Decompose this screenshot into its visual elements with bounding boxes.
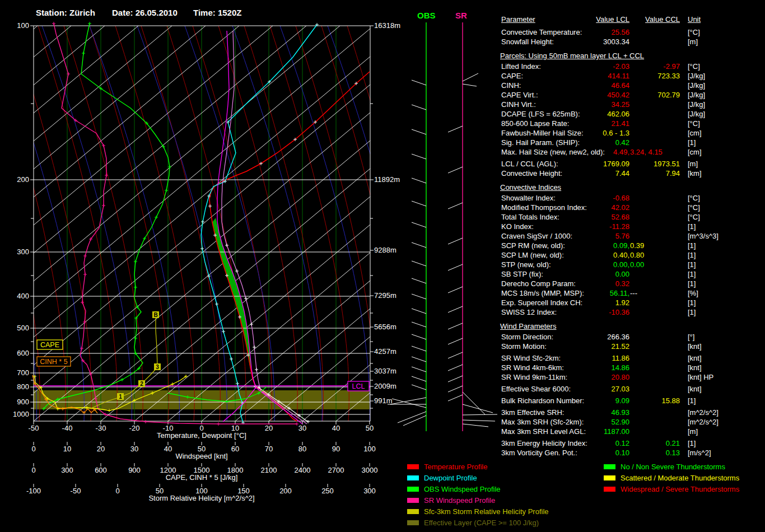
x-axis-title: CAPE, CINH * 5 [J/kg] bbox=[166, 473, 238, 482]
profile-parcel-ccl bbox=[222, 31, 307, 424]
height-label: 9288m bbox=[374, 246, 397, 254]
x-axis-tick-label: 30 bbox=[130, 445, 138, 453]
unit-label: [°C] bbox=[688, 62, 700, 71]
moist-adiabat-line bbox=[450, 26, 504, 421]
obs-wind-barb bbox=[412, 201, 426, 206]
unit-label: [1] bbox=[688, 250, 696, 260]
x-axis-tick-label: 2700 bbox=[328, 466, 344, 474]
sr-wind-barb bbox=[448, 376, 463, 382]
legend-label: Effective Layer (CAPE >= 100 J/kg) bbox=[424, 519, 539, 527]
moist-adiabat-line bbox=[321, 26, 400, 421]
value-ccl: -2.97 bbox=[500, 62, 680, 71]
unit-label: [°C] bbox=[688, 193, 700, 203]
moist-adiabat-line bbox=[90, 26, 169, 421]
unit-label: [1] bbox=[688, 269, 696, 279]
legend-swatch bbox=[407, 498, 419, 503]
x-axis-tick-label: 250 bbox=[321, 487, 334, 495]
table-row: Effective Shear 6000:27.03[knt] bbox=[500, 384, 765, 394]
obs-wind-barb bbox=[412, 154, 426, 159]
col-header-unit: Unit bbox=[688, 15, 701, 24]
table-row: SR Wind 9km-11km:20.80[knt] HP bbox=[500, 372, 765, 382]
unit-label: [°C] bbox=[688, 119, 700, 128]
legend-swatch bbox=[407, 509, 419, 514]
sr-wind-barb bbox=[463, 404, 493, 413]
table-row: SR Wind Sfc-2km:11.86[knt] bbox=[500, 353, 765, 363]
value-lcl: 11.86 bbox=[500, 353, 629, 363]
obs-wind-barb bbox=[412, 385, 426, 390]
value-lcl: 4.49, bbox=[500, 147, 629, 157]
unit-label: [°C] bbox=[688, 203, 700, 212]
value-lcl: 462.06 bbox=[500, 109, 629, 119]
value-lcl: 3003.34 bbox=[500, 37, 629, 46]
value-lcl: 266.36 bbox=[500, 332, 629, 342]
moist-adiabat-line bbox=[64, 26, 143, 421]
moist-adiabat-line bbox=[425, 26, 503, 421]
table-row: Lifted Index:-2.03-2.97[°C] bbox=[500, 62, 765, 71]
x-axis-tick-label: -50 bbox=[29, 424, 39, 432]
x-axis-tick-label: 0 bbox=[31, 445, 35, 453]
obs-wind-barb bbox=[412, 80, 426, 85]
col-header-value-ccl: Value CCL bbox=[500, 15, 680, 24]
table-row: 3km Vorticity Gen. Pot.:0.100.13[m/s^2] bbox=[500, 448, 765, 458]
moist-adiabat-line bbox=[373, 26, 452, 421]
pressure-label: 100 bbox=[17, 21, 29, 30]
table-header-row: Parameter Value LCL Value CCL Unit bbox=[500, 15, 765, 25]
unit-label: [J/kg] bbox=[688, 71, 705, 81]
parameter-table: Parameter Value LCL Value CCL Unit Conve… bbox=[500, 15, 765, 458]
legend-label: OBS Windspeed Profile bbox=[424, 485, 501, 493]
sr-wind-barb bbox=[463, 424, 488, 427]
obs-wind-barb bbox=[412, 222, 426, 227]
x-axis-tick-label: 10 bbox=[63, 445, 71, 453]
moist-adiabat-line bbox=[115, 26, 194, 421]
unit-label: [knt] bbox=[688, 363, 702, 372]
value-part: 3.24, bbox=[630, 148, 646, 156]
height-label: 7295m bbox=[374, 291, 397, 300]
dry-adiabat-line bbox=[328, 26, 417, 421]
cape-area-fill bbox=[212, 218, 251, 370]
profile-legend: Temperature ProfileDewpoint ProfileOBS W… bbox=[407, 461, 549, 528]
value-lcl-extra: 0.00 bbox=[630, 260, 644, 269]
isotherm-line bbox=[67, 26, 504, 421]
sr-wind-barb bbox=[448, 287, 463, 293]
isotherm-line bbox=[0, 26, 38, 421]
unit-label: [m^3/s^3] bbox=[688, 231, 719, 241]
height-label: 2009m bbox=[374, 382, 397, 390]
table-section-title: Convective Indices bbox=[500, 183, 765, 192]
sr-wind-barb bbox=[448, 264, 463, 270]
x-axis-tick-label: 80 bbox=[298, 445, 306, 453]
table-row: Modified Thompson Index:42.02[°C] bbox=[500, 203, 765, 212]
value-part: 0.80 bbox=[630, 251, 644, 259]
value-ccl: 7.94 bbox=[500, 169, 680, 178]
obs-wind-barb bbox=[412, 367, 426, 372]
x-axis-tick-label: 2100 bbox=[261, 466, 277, 474]
section-title-text: Parcels: Using 50mB mean layer LCL + CCL bbox=[500, 52, 644, 60]
x-axis-tick-label: 200 bbox=[279, 487, 292, 495]
height-label: 16318m bbox=[374, 21, 400, 30]
table-row: Exp. Supercell Index CH:1.92[1] bbox=[500, 298, 765, 307]
severity-legend: No / Non Severe ThunderstormsScattered /… bbox=[604, 461, 739, 494]
value-lcl: -0.68 bbox=[500, 193, 629, 203]
value-lcl: 27.03 bbox=[500, 384, 629, 394]
x-axis-tick-label: 60 bbox=[231, 445, 239, 453]
sr-wind-barb bbox=[463, 73, 478, 81]
x-axis-tick-label: 20 bbox=[97, 445, 105, 453]
x-axis-tick-label: 50 bbox=[366, 424, 374, 432]
obs-wind-barb bbox=[412, 178, 426, 183]
x-axis-tick-label: 900 bbox=[128, 466, 141, 474]
obs-wind-barb bbox=[412, 261, 426, 266]
table-row: Storm Direction:266.36[°] bbox=[500, 332, 765, 342]
table-row: SR Wind 4km-6km:14.86[knt] bbox=[500, 363, 765, 372]
value-lcl: 0.40, bbox=[500, 250, 629, 260]
table-row: STP (new, old):0.00, 0.00[1] bbox=[500, 260, 765, 269]
unit-label: [m^2/s^2] bbox=[688, 417, 719, 427]
moist-adiabat-line bbox=[399, 26, 478, 421]
x-axis-tick-label: 30 bbox=[298, 424, 306, 432]
profile-point-markers bbox=[200, 23, 319, 424]
table-section-title: Wind Parameters bbox=[500, 321, 765, 331]
dry-adiabat-line bbox=[185, 26, 274, 421]
unit-label: [1] bbox=[688, 396, 696, 405]
dry-adiabat-line bbox=[375, 26, 465, 421]
pressure-label: 500 bbox=[17, 324, 29, 332]
sr-wind-barb bbox=[463, 84, 477, 86]
table-row: Derecho Comp Param:0.32[1] bbox=[500, 279, 765, 288]
